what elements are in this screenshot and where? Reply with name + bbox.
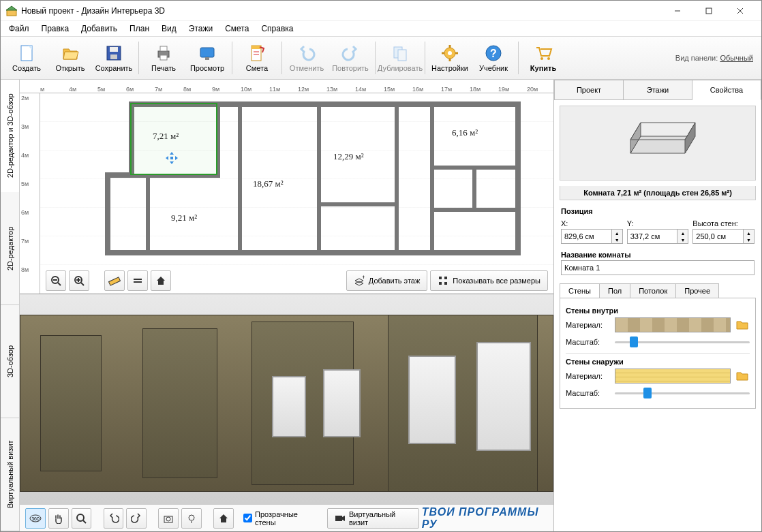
rtab-properties[interactable]: Свойства	[692, 80, 761, 100]
subtab-walls[interactable]: Стены	[560, 283, 600, 298]
room-area-1: 7,21 м²	[153, 131, 179, 142]
x-input[interactable]: ▲▼	[561, 229, 623, 244]
svg-line-41	[81, 283, 84, 285]
floorplan-canvas[interactable]: 7,21 м² 6,16 м² 12,29 м² 18,67 м² 9,21 м…	[40, 93, 553, 294]
ruler-button[interactable]	[104, 270, 125, 291]
svg-marker-47	[157, 277, 165, 281]
material-in-browse[interactable]	[735, 318, 750, 332]
ruler-vertical: 2м3м4м5м6м7м8м	[20, 93, 40, 294]
menu-file[interactable]: Файл	[3, 22, 35, 35]
menu-help[interactable]: Справка	[256, 22, 299, 35]
svg-rect-9	[110, 47, 118, 52]
svg-marker-32	[170, 152, 174, 155]
menu-estimate[interactable]: Смета	[219, 22, 254, 35]
tool-undo-cam-button[interactable]	[104, 508, 124, 529]
view-3d[interactable]	[20, 294, 553, 504]
rtab-floors[interactable]: Этажи	[624, 80, 692, 100]
add-floor-button[interactable]: +Добавить этаж	[346, 270, 427, 291]
ruler-horizontal: м4м5м6м7м8м9м10м11м12м13м14м15м16м17м18м…	[20, 80, 553, 93]
zoom-out-button[interactable]	[46, 270, 66, 291]
duplicate-button[interactable]: Дублировать	[378, 39, 422, 77]
svg-rect-10	[110, 54, 117, 59]
tool-redo-cam-button[interactable]	[126, 508, 147, 529]
svg-point-23	[448, 51, 452, 55]
print-button[interactable]: Печать	[142, 39, 185, 77]
subtab-floor[interactable]: Пол	[600, 283, 630, 298]
tool-zoom-button[interactable]	[72, 508, 92, 529]
position-label: Позиция	[554, 206, 761, 217]
open-button[interactable]: Открыть	[48, 39, 92, 77]
svg-rect-50	[439, 277, 442, 279]
create-button[interactable]: Создать	[5, 39, 48, 77]
scale-in-slider[interactable]	[615, 335, 750, 349]
buy-button[interactable]: Купить	[521, 39, 565, 77]
redo-button[interactable]: Повторить	[329, 39, 372, 77]
tool-pan-button[interactable]	[48, 508, 69, 529]
svg-text:+: +	[362, 275, 365, 281]
svg-rect-44	[108, 277, 120, 285]
room-title: Комната 7,21 м² (площадь стен 26,85 м²)	[560, 186, 756, 200]
transparent-walls-checkbox[interactable]: Прозрачные стены	[243, 510, 315, 527]
subtab-ceiling[interactable]: Потолок	[630, 283, 676, 298]
walls-outside-label: Стены снаружи	[566, 358, 750, 366]
menubar: Файл Правка Добавить План Вид Этажи Смет…	[1, 21, 761, 36]
tool-360-button[interactable]: 360	[25, 508, 46, 529]
tool-home-button[interactable]	[213, 508, 234, 529]
scale-out-label: Масштаб:	[566, 389, 611, 397]
height-label: Высота стен:	[692, 219, 755, 228]
menu-view[interactable]: Вид	[156, 22, 182, 35]
panel-mode-link[interactable]: Обычный	[720, 54, 753, 62]
material-in-swatch[interactable]	[615, 317, 731, 332]
vtab-2d[interactable]: 2D-редактор	[1, 192, 19, 305]
menu-add[interactable]: Добавить	[76, 22, 123, 35]
vtab-virtual[interactable]: Виртуальный визит	[1, 418, 19, 531]
save-button[interactable]: Сохранить	[92, 39, 136, 77]
menu-plan[interactable]: План	[124, 22, 155, 35]
toolbar-2d: +Добавить этаж Показывать все размеры	[46, 270, 548, 291]
svg-marker-65	[342, 516, 345, 521]
rtab-project[interactable]: Проект	[554, 80, 624, 100]
svg-point-59	[166, 517, 170, 521]
tool-snapshot-button[interactable]	[158, 508, 179, 529]
preview-button[interactable]: Просмотр	[185, 39, 229, 77]
undo-button[interactable]: Отменить	[285, 39, 329, 77]
subtab-other[interactable]: Прочее	[676, 283, 719, 298]
svg-marker-1	[6, 6, 17, 10]
svg-rect-21	[398, 50, 406, 61]
material-out-label: Материал:	[566, 372, 611, 380]
move-handle-icon[interactable]	[166, 152, 178, 164]
snap-button[interactable]	[127, 270, 148, 291]
height-input[interactable]: ▲▼	[692, 229, 755, 244]
settings-button[interactable]: Настройки	[428, 39, 472, 77]
room-area-3: 12,29 м²	[333, 151, 364, 162]
maximize-button[interactable]	[693, 1, 725, 21]
window-title: Новый проект - Дизайн Интерьера 3D	[21, 6, 662, 16]
room-3d-preview	[560, 106, 756, 181]
material-out-swatch[interactable]	[615, 369, 731, 384]
svg-rect-51	[444, 277, 447, 279]
tool-lighting-button[interactable]	[181, 508, 202, 529]
menu-edit[interactable]: Правка	[36, 22, 75, 35]
vtab-2d-3d[interactable]: 2D-редактор и 3D-обзор	[1, 80, 19, 192]
panel-mode-label: Вид панели: Обычный	[675, 54, 757, 62]
minimize-button[interactable]	[662, 1, 693, 21]
close-button[interactable]	[725, 1, 756, 21]
roomname-input[interactable]	[561, 260, 755, 275]
menu-floors[interactable]: Этажи	[183, 22, 218, 35]
material-in-label: Материал:	[566, 321, 611, 329]
virtual-visit-button[interactable]: Виртуальный визит	[327, 508, 419, 529]
svg-marker-62	[219, 514, 228, 518]
scale-out-slider[interactable]	[615, 386, 750, 400]
svg-rect-36	[170, 157, 173, 159]
watermark: ТВОИ ПРОГРАММЫ РУ	[422, 506, 548, 531]
material-out-browse[interactable]	[735, 369, 750, 383]
app-icon	[6, 5, 17, 16]
svg-point-60	[189, 515, 194, 520]
home-view-button[interactable]	[151, 270, 171, 291]
y-input[interactable]: ▲▼	[627, 229, 689, 244]
vtab-3d[interactable]: 3D-обзор	[1, 305, 19, 418]
tutorial-button[interactable]: ?Учебник	[472, 39, 515, 77]
zoom-in-button[interactable]	[69, 270, 89, 291]
show-dimensions-button[interactable]: Показывать все размеры	[430, 270, 548, 291]
estimate-button[interactable]: Смета	[235, 39, 279, 77]
